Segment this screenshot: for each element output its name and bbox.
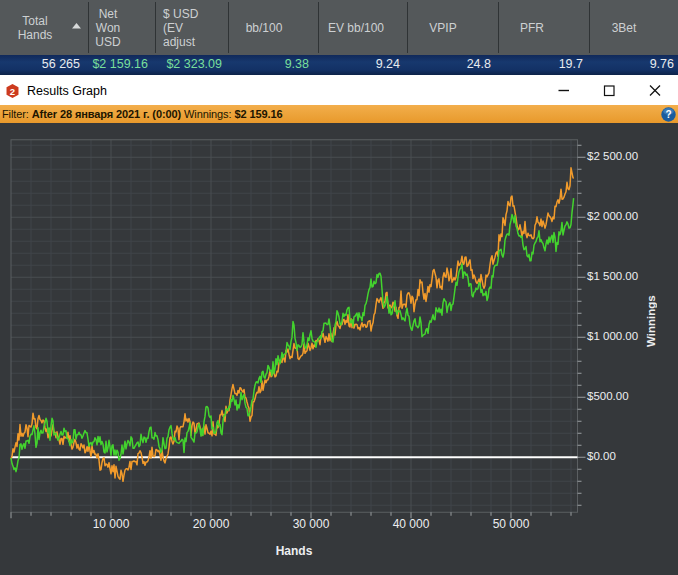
svg-text:?: ? [665, 109, 671, 120]
